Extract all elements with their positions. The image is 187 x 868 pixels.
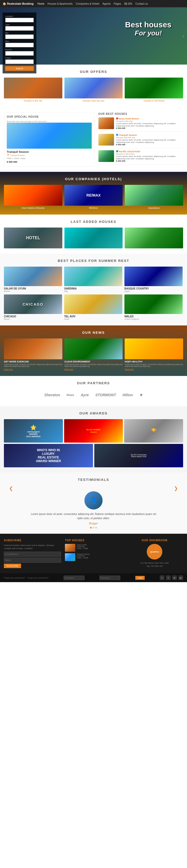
special-house-beds: FIND • 2 Bed 1 Bath — [7, 157, 92, 160]
place-image-basque — [124, 267, 183, 286]
best-item-1[interactable]: Nova Hotel Resort Houses in the city Lor… — [99, 117, 183, 132]
nav-pages[interactable]: Pages — [114, 2, 121, 5]
nav-contact[interactable]: Contact us — [135, 2, 148, 5]
footer-email-input[interactable] — [4, 552, 61, 557]
news-item-3[interactable]: KEEP HEALTHY Lorem ipsum dolor sit amet,… — [125, 338, 183, 371]
footer-house-item-1[interactable]: Grace Smith $ 999 000 3 Bed - 2 Bath — [65, 544, 122, 552]
offer-item-3[interactable]: Houses in the forest — [125, 78, 183, 102]
hero-text: Best houses For you! — [125, 20, 172, 37]
min-input[interactable] — [5, 34, 34, 39]
company-item-1[interactable]: Host Hotels & Resorts — [4, 185, 62, 209]
last-item-3[interactable] — [125, 227, 183, 248]
partner-hilton: Hilton — [122, 393, 133, 397]
offer-label-1: Houses in the city — [4, 99, 62, 102]
footer-password-input[interactable] — [100, 576, 120, 580]
company-image-2: RE/MAX — [65, 185, 123, 206]
place-salar[interactable]: SALAR DE UYUNI Bolivia — [4, 267, 62, 292]
footer: SUBSCRIBE Praesent facilisis ullamcorper… — [0, 534, 187, 573]
forgot-password-link[interactable]: Forgot your password? — [4, 577, 25, 579]
news-link-1[interactable]: Read more — [4, 368, 13, 370]
place-chicago[interactable]: CHICAGO CHICAGO Illinois — [4, 294, 62, 320]
footer-login-input[interactable] — [64, 576, 84, 580]
footer-login-button[interactable]: Login — [135, 576, 145, 580]
offer-label-2: Houses near the sea — [65, 99, 123, 102]
nav-companies[interactable]: Companies & Hotels — [76, 2, 100, 5]
twitter-icon[interactable]: t — [166, 576, 171, 580]
footer-top-houses-title: TOP HOUSES — [65, 539, 122, 542]
type-label: Type — [5, 24, 34, 26]
place-basque[interactable]: BASQUE COUNTRY Spain — [124, 267, 183, 292]
award-image-1: ⭐ ratemyagentWINNER2015 AWARDS — [4, 419, 63, 442]
offer-label-3: Houses in the forest — [125, 99, 183, 102]
testimonial-dots — [4, 527, 183, 528]
news-heading-3: KEEP HEALTHY — [125, 360, 183, 363]
badge-blue-2 — [116, 134, 118, 136]
award-item-1: ⭐ ratemyagentWINNER2015 AWARDS — [4, 419, 63, 442]
place-sardinia[interactable]: SARDINIA Italy — [64, 267, 122, 292]
footer-social-links: f t in g+ — [160, 576, 183, 580]
max-label: Max — [5, 40, 34, 42]
company-label-1: Host Hotels & Resorts — [4, 207, 62, 209]
special-house-name: Tranquil Season — [7, 150, 92, 153]
nav-agents[interactable]: Agents — [103, 2, 111, 5]
best-item-3[interactable]: Pacific Cloud Hotel Houses in the forest… — [99, 150, 183, 164]
footer-subscribe-button[interactable]: SUBSCRIBE — [4, 564, 21, 568]
company-item-2[interactable]: RE/MAX RE/MAX — [65, 185, 123, 209]
testimonials-title: TESTIMONIALS — [4, 478, 183, 482]
news-grid: GET MORE EXERCISE Lorem ipsum dolor sit … — [4, 338, 183, 371]
offer-image-1 — [4, 78, 62, 98]
offer-image-2 — [65, 78, 123, 98]
place-image-telaviv — [64, 294, 122, 314]
news-link-3[interactable]: Read more — [125, 368, 134, 370]
best-house-info-3: Pacific Cloud Hotel Houses in the forest… — [116, 150, 183, 162]
last-item-2[interactable] — [65, 227, 123, 248]
testimonials-container: ❮ ❯ 👤 Lorem ipsum dolor sit amet, consec… — [4, 486, 183, 525]
footer-showroom-address: 111 5th Street, New York, USA — [126, 562, 183, 565]
best-item-2[interactable]: Tranquil Season Houses near the sea Lore… — [99, 134, 183, 148]
place-telaviv[interactable]: TEL AVIV Israel — [64, 294, 122, 320]
forgot-username-link[interactable]: Forgot your password? — [27, 577, 48, 579]
google-plus-icon[interactable]: g+ — [179, 576, 183, 580]
dot-1[interactable] — [90, 527, 92, 528]
special-title-heading: OUR SPECIAL HOUSE — [7, 115, 92, 118]
nav-home[interactable]: Home — [37, 2, 44, 5]
news-item-2[interactable]: CLEAN ENVIRONMENT Lorem ipsum dolor sit … — [65, 338, 123, 371]
news-item-1[interactable]: GET MORE EXERCISE Lorem ipsum dolor sit … — [4, 338, 62, 371]
testimonial-prev-button[interactable]: ❮ — [9, 486, 13, 491]
place-country-sardinia: Italy — [64, 290, 122, 292]
place-image-wales — [124, 294, 183, 314]
last-item-1[interactable]: HOTEL — [4, 227, 62, 248]
pages-input[interactable] — [5, 59, 34, 64]
footer-house-item-2[interactable]: Tranquil Season $ 999 000 3 Bed - 2 Bath — [65, 553, 122, 561]
company-item-3[interactable]: Opendoors — [125, 185, 183, 209]
hero-section: Location Type Min Max Rooms Pages Search… — [0, 7, 187, 65]
dot-3[interactable] — [95, 527, 97, 528]
place-wales[interactable]: WALES United Kingdom — [124, 294, 183, 320]
linkedin-icon[interactable]: in — [172, 576, 177, 580]
badge-red-1 — [116, 117, 118, 120]
testimonial-next-button[interactable]: ❯ — [174, 486, 178, 491]
type-input[interactable] — [5, 26, 34, 31]
footer-subscribe-text: Praesent facilisis ullamcorper erat et a… — [4, 544, 61, 550]
hero-next-arrow[interactable]: › — [183, 33, 184, 39]
footer-name-input[interactable] — [4, 558, 61, 563]
offer-item-2[interactable]: Houses near the sea — [65, 78, 123, 102]
footer-house-info-1: Grace Smith $ 999 000 3 Bed - 2 Bath — [77, 544, 88, 552]
max-input[interactable] — [5, 43, 34, 48]
best-house-info-1: Nova Hotel Resort Houses in the city Lor… — [116, 117, 183, 129]
nav-houses[interactable]: Houses & Apartments — [47, 2, 73, 5]
news-link-2[interactable]: Read more — [65, 368, 74, 370]
rooms-input[interactable] — [5, 51, 34, 56]
award-image-3: 🏆 — [124, 419, 183, 442]
pages-label: Pages — [5, 57, 34, 59]
news-text-1: Lorem ipsum dolor sit amet, consectetur … — [4, 364, 62, 367]
place-country-basque: Spain — [124, 290, 183, 292]
location-input[interactable] — [5, 18, 34, 22]
offer-item-1[interactable]: Houses in the city — [4, 78, 62, 102]
footer-grid: SUBSCRIBE Praesent facilisis ullamcorper… — [4, 539, 183, 568]
dot-2[interactable] — [93, 527, 94, 528]
search-button[interactable]: Search — [5, 66, 34, 71]
company-label-2: RE/MAX — [65, 207, 123, 209]
facebook-icon[interactable]: f — [160, 576, 164, 580]
nav-idk[interactable]: $$-IDK — [124, 2, 132, 5]
